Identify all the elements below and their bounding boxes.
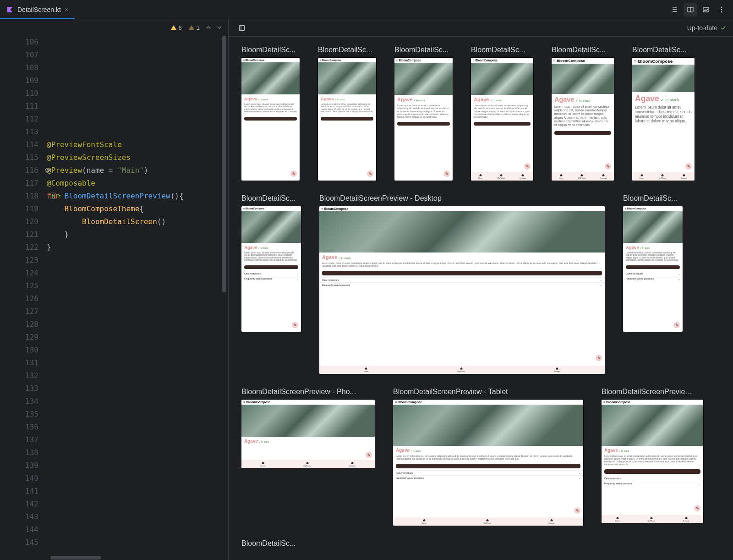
preview-tile[interactable]: BloomDetailScreenPreview - Pho... ≡ Bloo…	[241, 388, 375, 468]
main-row: 6 1 106107108109110111112113114115116117…	[0, 19, 733, 560]
preview-tile-label: BloomDetailSc...	[394, 46, 453, 54]
editor-body[interactable]: 1061071081091101111121131141151161171181…	[0, 36, 228, 560]
preview-status: Up-to-date	[687, 24, 727, 32]
preview-toolbar: Up-to-date	[229, 19, 733, 37]
editor-view-tools	[668, 0, 733, 19]
preview-tile-label: BloomDetailScreenPreview - Tablet	[393, 388, 583, 396]
preview-tile-label: BloomDetailScreenPrevie...	[602, 388, 703, 396]
kotlin-file-icon	[6, 6, 14, 13]
preview-frame[interactable]: ≡ BloomCompose Agave ✓ In stock Lorem ip…	[471, 58, 533, 181]
preview-frame[interactable]: ≡ BloomCompose Agave ✓ In stock Lorem ip…	[552, 58, 614, 181]
preview-tile-label: BloomDetailSc...	[318, 46, 376, 54]
preview-frame[interactable]: ≡ BloomCompose Agave ✓ In stock Lorem ip…	[241, 58, 300, 181]
preview-tile[interactable]: BloomDetailScreenPreview - Desktop ≡ Blo…	[319, 194, 605, 374]
more-icon[interactable]	[715, 3, 728, 16]
preview-tile-label: BloomDetailSc...	[552, 46, 614, 54]
design-view-icon[interactable]	[699, 3, 713, 16]
tab-title: DetailScreen.kt	[17, 6, 61, 13]
preview-grid: BloomDetailSc... ≡ BloomCompose Agave ✓ …	[241, 46, 720, 548]
preview-frame[interactable]: ≡ BloomCompose Agave ✓ In stock Lorem ip…	[318, 58, 376, 181]
editor-v-scrollbar[interactable]	[222, 36, 226, 560]
preview-frame[interactable]: ≡ BloomCompose Agave ✓ In stock Lorem ip…	[602, 400, 703, 523]
prev-highlight-icon[interactable]	[206, 25, 211, 30]
scrollbar-thumb[interactable]	[50, 556, 101, 560]
tabs: DetailScreen.kt ×	[0, 0, 75, 19]
preview-surface-settings-icon[interactable]	[235, 21, 249, 35]
editor-gutter[interactable]: 1061071081091101111121131141151161171181…	[0, 36, 45, 560]
tabbar: DetailScreen.kt ×	[0, 0, 733, 19]
preview-scroll[interactable]: BloomDetailSc... ≡ BloomCompose Agave ✓ …	[229, 37, 733, 560]
svg-rect-7	[240, 25, 245, 30]
editor-h-scrollbar[interactable]	[45, 555, 228, 560]
preview-tile[interactable]: BloomDetailSc... ≡ BloomCompose Agave ✓ …	[241, 194, 301, 332]
preview-tile-label: BloomDetailSc...	[241, 539, 295, 548]
preview-tile[interactable]: BloomDetailScreenPrevie... ≡ BloomCompos…	[602, 388, 703, 523]
preview-tile[interactable]: BloomDetailSc... ≡ BloomCompose Agave ✓ …	[241, 46, 300, 181]
next-highlight-icon[interactable]	[217, 25, 222, 30]
preview-tile[interactable]: BloomDetailSc... ≡ BloomCompose Agave ✓ …	[623, 194, 683, 332]
tab-detailscreen[interactable]: DetailScreen.kt ×	[0, 0, 75, 19]
editor-pane: 6 1 106107108109110111112113114115116117…	[0, 19, 229, 560]
preview-tile-label: BloomDetailSc...	[471, 46, 533, 54]
svg-point-2	[705, 9, 706, 10]
preview-tile-label: BloomDetailScreenPreview - Desktop	[319, 194, 605, 203]
preview-tile-label: BloomDetailSc...	[632, 46, 695, 54]
list-view-icon[interactable]	[668, 3, 682, 16]
preview-frame[interactable]: ≡ BloomCompose Agave ✓ In stock Lorem ip…	[632, 58, 695, 181]
preview-tile[interactable]: BloomDetailSc... ≡ BloomCompose Agave ✓ …	[552, 46, 614, 181]
preview-tile[interactable]: BloomDetailSc... ≡ BloomCompose Agave ✓ …	[318, 46, 376, 181]
preview-frame[interactable]: ≡ BloomCompose Agave ✓ In stock Lorem ip…	[623, 206, 683, 332]
svg-point-5	[721, 11, 722, 12]
preview-frame[interactable]: ≡ BloomCompose Agave ✓ In stock Lorem ip…	[394, 58, 453, 181]
scrollbar-thumb[interactable]	[222, 36, 226, 292]
preview-tile-label: BloomDetailSc...	[241, 194, 301, 203]
preview-tile[interactable]: BloomDetailScreenPreview - Tablet ≡ Bloo…	[393, 388, 583, 526]
split-view-icon[interactable]	[684, 3, 697, 16]
svg-point-4	[721, 9, 722, 10]
preview-tile[interactable]: BloomDetailSc...	[241, 539, 295, 548]
preview-tile-label: BloomDetailSc...	[623, 194, 683, 203]
editor-code[interactable]: @PreviewFontScale@PreviewScreenSizes@Pre…	[45, 36, 228, 560]
check-icon	[720, 25, 727, 31]
preview-tile[interactable]: BloomDetailSc... ≡ BloomCompose Agave ✓ …	[394, 46, 453, 181]
preview-frame[interactable]: ≡ BloomCompose Agave ✓ In stock Lorem ip…	[319, 206, 605, 374]
preview-frame[interactable]: ≡ BloomCompose Agave ✓ In stock Lorem ip…	[241, 206, 301, 332]
preview-tile[interactable]: BloomDetailSc... ≡ BloomCompose Agave ✓ …	[632, 46, 695, 181]
preview-tile-label: BloomDetailScreenPreview - Pho...	[241, 388, 375, 396]
preview-frame[interactable]: ≡ BloomCompose Agave ✓ In stock Lorem ip…	[393, 400, 583, 526]
preview-tile[interactable]: BloomDetailSc... ≡ BloomCompose Agave ✓ …	[471, 46, 533, 181]
preview-frame[interactable]: ≡ BloomCompose Agave ✓ In stock ✎ HomeMy…	[241, 400, 375, 468]
editor-inspection-bar: 6 1	[0, 19, 228, 36]
preview-pane: Up-to-date BloomDetailSc... ≡ BloomCompo…	[229, 19, 733, 560]
close-icon[interactable]: ×	[65, 6, 68, 13]
preview-tile-label: BloomDetailSc...	[241, 46, 300, 54]
warnings-strong[interactable]: 6	[170, 24, 182, 31]
svg-point-3	[721, 6, 722, 8]
warnings-weak[interactable]: 1	[188, 24, 200, 31]
